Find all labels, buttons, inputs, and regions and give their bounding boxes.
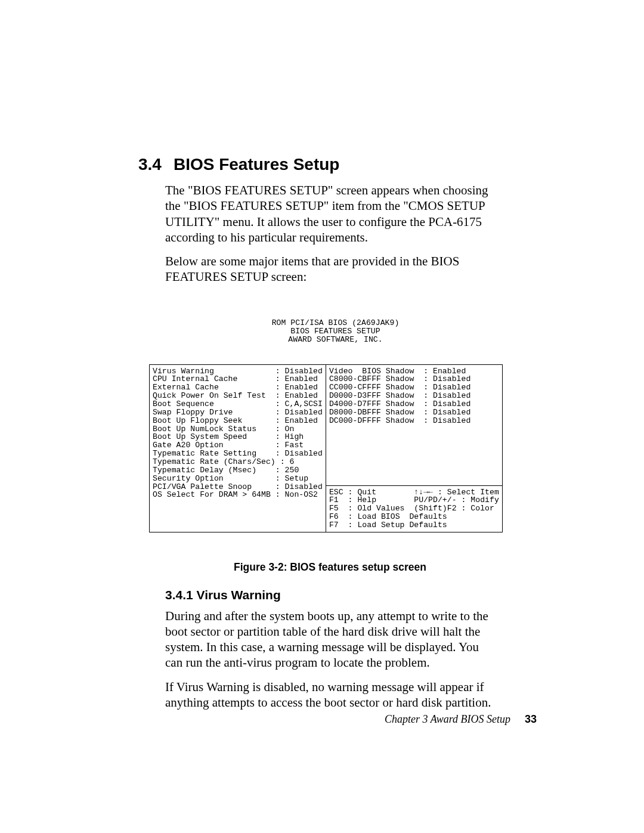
bios-header-line3: AWARD SOFTWARE, INC. — [288, 335, 382, 344]
section-heading: 3.4BIOS Features Setup — [138, 155, 537, 174]
bios-right-top-cell: Video BIOS Shadow : Enabled C8000-CBFFF … — [326, 364, 502, 485]
section-title: BIOS Features Setup — [174, 155, 340, 174]
bios-left-cell: Virus Warning : Disabled CPU Internal Ca… — [150, 364, 326, 532]
bios-header: ROM PCI/ISA BIOS (2A69JAK9) BIOS FEATURE… — [134, 319, 537, 344]
bios-header-line1: ROM PCI/ISA BIOS (2A69JAK9) — [272, 318, 400, 327]
bios-screenshot: ROM PCI/ISA BIOS (2A69JAK9) BIOS FEATURE… — [149, 303, 537, 549]
bios-left-top: Virus Warning : Disabled CPU Internal Ca… — [153, 367, 323, 491]
page-footer: Chapter 3 Award BIOS Setup33 — [385, 713, 537, 726]
subsection-heading: 3.4.1 Virus Warning — [165, 588, 537, 602]
subsection-para-1: During and after the system boots up, an… — [165, 608, 499, 671]
figure-caption: Figure 3-2: BIOS features setup screen — [123, 561, 537, 574]
subsection-number: 3.4.1 — [165, 588, 193, 602]
section-number: 3.4 — [138, 155, 162, 174]
bios-header-line2: BIOS FEATURES SETUP — [290, 327, 380, 336]
section-para-2: Below are some major items that are prov… — [165, 253, 499, 285]
section-para-1: The "BIOS FEATURES SETUP" screen appears… — [165, 182, 499, 245]
footer-page-number: 33 — [525, 713, 537, 725]
page-content: 3.4BIOS Features Setup The "BIOS FEATURE… — [0, 0, 644, 710]
bios-right-bottom-cell: ESC : Quit ↑↓→← : Select Item F1 : Help … — [326, 485, 502, 532]
bios-left-bottom: OS Select For DRAM > 64MB : Non-OS2 — [153, 490, 318, 499]
subsection-para-2: If Virus Warning is disabled, no warning… — [165, 679, 499, 711]
footer-chapter: Chapter 3 Award BIOS Setup — [385, 713, 510, 725]
bios-table: Virus Warning : Disabled CPU Internal Ca… — [149, 364, 503, 532]
subsection-title: Virus Warning — [197, 588, 281, 602]
